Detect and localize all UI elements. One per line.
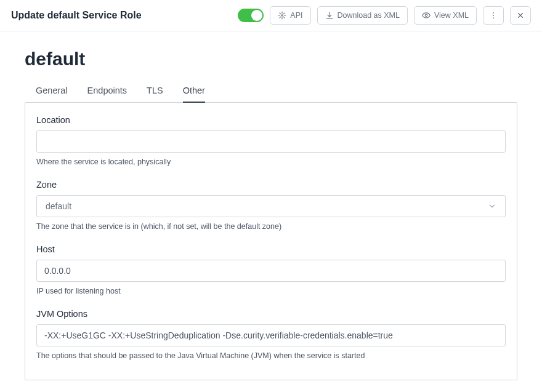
host-label: Host: [36, 244, 506, 254]
zone-selected-value: default: [46, 201, 71, 211]
api-button-label: API: [290, 11, 302, 20]
host-help: IP used for listening host: [36, 287, 506, 295]
chevron-down-icon: [488, 202, 496, 210]
tab-other[interactable]: Other: [183, 86, 205, 103]
zone-select[interactable]: default: [36, 195, 506, 217]
api-button[interactable]: API: [270, 6, 310, 25]
view-xml-label: View XML: [434, 11, 469, 20]
svg-line-5: [280, 13, 281, 14]
svg-point-14: [493, 17, 494, 18]
page-title: default: [25, 49, 517, 70]
download-xml-label: Download as XML: [338, 11, 400, 20]
download-icon: [325, 11, 334, 20]
eye-icon: [422, 11, 431, 20]
header-title: Update default Service Role: [11, 10, 238, 21]
tab-panel-other: Location Where the service is located, p…: [25, 102, 517, 380]
close-icon: [516, 11, 525, 20]
location-label: Location: [36, 115, 506, 125]
location-help: Where the service is located, physically: [36, 158, 506, 166]
download-xml-button[interactable]: Download as XML: [317, 6, 408, 25]
svg-point-13: [493, 15, 494, 16]
more-vertical-icon: [489, 11, 498, 20]
location-input[interactable]: [36, 130, 506, 153]
tabs: General Endpoints TLS Other: [25, 86, 517, 103]
svg-line-8: [284, 13, 285, 14]
zone-help: The zone that the service is in (which, …: [36, 222, 506, 231]
tab-tls[interactable]: TLS: [147, 86, 163, 103]
svg-point-12: [493, 12, 494, 14]
view-xml-button[interactable]: View XML: [414, 6, 477, 25]
enabled-toggle[interactable]: [238, 9, 264, 22]
close-button[interactable]: [510, 6, 531, 25]
svg-line-6: [284, 17, 285, 18]
tab-general[interactable]: General: [36, 86, 68, 103]
host-input[interactable]: [36, 260, 506, 282]
jvm-options-help: The options that should be passed to the…: [36, 351, 506, 360]
more-button[interactable]: [483, 6, 504, 25]
svg-line-7: [280, 17, 281, 18]
tab-endpoints[interactable]: Endpoints: [87, 86, 127, 103]
svg-point-0: [281, 15, 283, 16]
zone-label: Zone: [36, 180, 506, 190]
api-icon: [278, 11, 286, 20]
jvm-options-label: JVM Options: [36, 309, 506, 319]
svg-point-11: [425, 14, 427, 17]
jvm-options-input[interactable]: [36, 324, 506, 346]
